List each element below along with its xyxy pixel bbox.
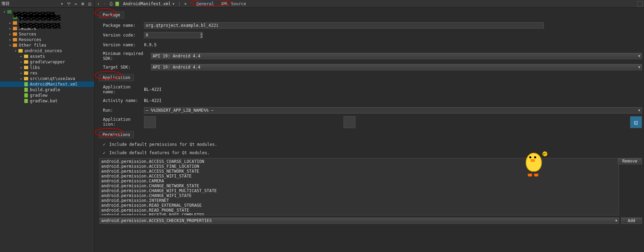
permission-item[interactable]: android.permission.CAMERA bbox=[101, 179, 617, 183]
tree-arrow-icon[interactable]: ▸ bbox=[19, 55, 23, 58]
section-application-title: Application bbox=[99, 74, 134, 81]
tree-item-label: gradlew.bat bbox=[30, 99, 57, 103]
sidebar-dropdown-icon[interactable]: ▾ bbox=[59, 1, 65, 7]
permission-item[interactable]: android.permission.READ_PHONE_STATE bbox=[101, 208, 617, 213]
tree-item[interactable]: ▸libs bbox=[0, 65, 94, 70]
tree-arrow-icon[interactable]: ▾ bbox=[14, 49, 17, 53]
tree-item[interactable]: gradlew.bat bbox=[0, 98, 94, 104]
permission-item[interactable]: android.permission.INTERNET bbox=[101, 198, 617, 203]
filter-icon[interactable]: 🝖 bbox=[66, 1, 72, 7]
version-code-down-icon[interactable]: ▼ bbox=[201, 35, 203, 38]
tree-item[interactable]: ▸assets bbox=[0, 54, 94, 59]
include-default-permissions-check[interactable]: ✓ Include default permissions for Qt mod… bbox=[97, 141, 642, 148]
run-value: — %%INSERT_APP_LIB_NAME%% — bbox=[146, 108, 214, 113]
add-permission-select[interactable]: android.permission.ACCESS_CHECKIN_PROPER… bbox=[99, 218, 619, 224]
add-permission-button[interactable]: Add bbox=[621, 218, 642, 224]
tree-item[interactable]: ▸gradle\wrapper bbox=[0, 59, 94, 65]
min-sdk-select[interactable]: API 19: Android 4.4 ▼ bbox=[151, 53, 642, 59]
project-tree[interactable]: ▾ro▸▸Headers▸Sources▸Resources▾Other fil… bbox=[0, 8, 94, 252]
section-application-header: Application bbox=[97, 73, 642, 82]
split-panel-icon[interactable]: ◫ bbox=[87, 1, 93, 7]
version-code-label: Version code: bbox=[103, 33, 141, 38]
activity-name-label: Activity name: bbox=[103, 98, 141, 103]
tab-general[interactable]: General bbox=[193, 1, 218, 7]
open-file-name: AndroidManifest.xml bbox=[123, 1, 171, 6]
lock-icon[interactable] bbox=[108, 1, 113, 6]
tree-arrow-icon[interactable]: ▸ bbox=[19, 77, 23, 80]
permission-item[interactable]: android.permission.ACCESS_WIFI_STATE bbox=[101, 174, 617, 179]
file-icon bbox=[24, 93, 29, 98]
add-panel-icon[interactable]: ⊞ bbox=[80, 1, 86, 7]
tree-item-label: ro bbox=[19, 15, 24, 20]
package-name-label: Package name: bbox=[103, 23, 141, 28]
folder-icon bbox=[24, 71, 29, 76]
tree-item[interactable]: ▸Resources bbox=[0, 37, 94, 42]
open-file-tab[interactable]: AndroidManifest.xml ▾ bbox=[121, 1, 177, 6]
tree-item[interactable]: ▸src\com\qt\useJava bbox=[0, 76, 94, 81]
close-tab-icon[interactable]: × bbox=[182, 1, 189, 6]
permission-item[interactable]: android.permission.CHANGE_NETWORK_STATE bbox=[101, 183, 617, 188]
package-name-input[interactable] bbox=[144, 22, 544, 29]
nav-back-icon[interactable]: ‹ bbox=[96, 1, 101, 6]
remove-permission-button[interactable]: Remove bbox=[618, 158, 642, 164]
link-icon[interactable]: ⇔ bbox=[73, 1, 79, 7]
tree-arrow-icon[interactable]: ▸ bbox=[19, 66, 23, 69]
sidebar-title: 项目 bbox=[1, 1, 10, 7]
app-icon-well-medium[interactable] bbox=[344, 116, 355, 128]
editor-top-bar: ‹ › AndroidManifest.xml ▾ | × General XM… bbox=[95, 0, 644, 8]
tree-arrow-icon[interactable]: ▾ bbox=[3, 10, 6, 14]
version-name-value: 0.9.5 bbox=[144, 42, 156, 47]
tree-item[interactable]: AndroidManifest.xml bbox=[0, 81, 94, 87]
permissions-list[interactable]: android.permission.ACCESS_COARSE_LOCATIO… bbox=[99, 158, 619, 215]
folder-icon bbox=[13, 43, 17, 48]
version-code-up-icon[interactable]: ▲ bbox=[201, 32, 203, 35]
tree-arrow-icon[interactable]: ▸ bbox=[8, 38, 12, 41]
folder-icon bbox=[13, 21, 17, 25]
project-sidebar: 项目 ▾ 🝖 ⇔ ⊞ ◫ ▾ro▸▸Headers▸Sources▸Resour… bbox=[0, 0, 95, 252]
run-select[interactable]: — %%INSERT_APP_LIB_NAME%% — ▼ bbox=[144, 107, 642, 113]
tree-item[interactable]: ▾ bbox=[0, 9, 94, 15]
permission-item[interactable]: android.permission.ACCESS_COARSE_LOCATIO… bbox=[101, 159, 617, 164]
app-icon-well-small[interactable] bbox=[144, 116, 156, 128]
permission-item[interactable]: android.permission.RECEIVE_BOOT_COMPLETE… bbox=[101, 213, 617, 215]
chevron-down-icon: ▼ bbox=[638, 109, 640, 112]
tree-arrow-icon[interactable]: ▾ bbox=[8, 44, 12, 47]
folder-icon bbox=[18, 48, 23, 53]
version-code-spinbox[interactable]: ▲ ▼ bbox=[144, 32, 172, 38]
tree-item[interactable]: gradlew bbox=[0, 93, 94, 98]
tree-arrow-icon[interactable]: ▸ bbox=[8, 32, 12, 36]
min-sdk-value: API 19: Android 4.4 bbox=[153, 54, 200, 58]
add-permission-value: android.permission.ACCESS_CHECKIN_PROPER… bbox=[101, 218, 212, 223]
editor-split-icon[interactable] bbox=[637, 1, 643, 7]
tree-item[interactable]: ▸ bbox=[0, 20, 94, 26]
tree-item[interactable]: ▸res bbox=[0, 70, 94, 76]
version-code-input[interactable] bbox=[144, 32, 201, 38]
permission-item[interactable]: android.permission.ACCESS_NETWORK_STATE bbox=[101, 169, 617, 174]
file-dropdown-icon[interactable]: ▾ bbox=[172, 1, 175, 6]
permission-item[interactable]: android.permission.CHANGE_WIFI_MULTICAST… bbox=[101, 188, 617, 193]
permission-item[interactable]: android.permission.READ_EXTERNAL_STORAGE bbox=[101, 203, 617, 208]
chevron-down-icon: ▼ bbox=[615, 219, 617, 222]
run-label: Run: bbox=[103, 108, 141, 113]
project-icon bbox=[7, 9, 12, 14]
app-name-label: Application name: bbox=[103, 85, 141, 94]
target-sdk-select[interactable]: API 19: Android 4.4 ▼ bbox=[151, 64, 642, 70]
app-icon-well-large[interactable]: ◱ bbox=[630, 116, 642, 128]
check-icon: ✓ bbox=[103, 150, 107, 155]
tree-item-label: build.gradle bbox=[30, 87, 60, 92]
tree-item[interactable]: ▾Other files bbox=[0, 42, 94, 48]
include-default-features-label: Include default features for Qt modules. bbox=[109, 150, 210, 155]
tree-arrow-icon[interactable]: ▸ bbox=[19, 71, 23, 75]
include-default-features-check[interactable]: ✓ Include default features for Qt module… bbox=[97, 150, 642, 156]
section-package-header: Package bbox=[97, 10, 642, 19]
tree-item[interactable]: ▾android_sources bbox=[0, 48, 94, 54]
tree-item[interactable]: ▸Sources bbox=[0, 31, 94, 37]
permission-item[interactable]: android.permission.ACCESS_FINE_LOCATION bbox=[101, 164, 617, 169]
tree-arrow-icon[interactable]: ▸ bbox=[8, 27, 12, 30]
tree-arrow-icon[interactable]: ▸ bbox=[8, 21, 12, 25]
tab-xml-source[interactable]: XML Source bbox=[218, 1, 250, 7]
tree-arrow-icon[interactable]: ▸ bbox=[19, 60, 23, 64]
tree-item[interactable]: build.gradle bbox=[0, 87, 94, 93]
manifest-subtabs: General XML Source bbox=[193, 1, 250, 7]
permission-item[interactable]: android.permission.CHANGE_WIFI_STATE bbox=[101, 193, 617, 198]
